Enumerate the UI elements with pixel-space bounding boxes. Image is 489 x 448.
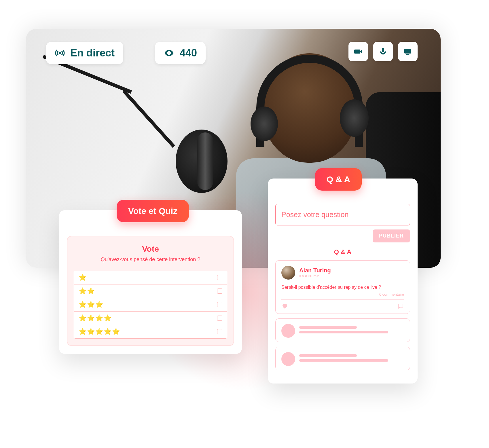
vote-tab-label: Vote et Quiz <box>128 206 177 216</box>
star-rating: ⭐ <box>79 274 87 281</box>
svg-rect-3 <box>406 54 410 55</box>
microphone-button[interactable] <box>373 42 393 61</box>
vote-question: Qu'avez-vous pensé de cette intervention… <box>74 257 227 263</box>
avatar <box>281 266 295 280</box>
qa-tab[interactable]: Q & A <box>315 168 362 191</box>
qa-section-title: Q & A <box>275 248 410 256</box>
qa-item: Alan Turing Il y a 30 min Serait-il poss… <box>275 260 410 314</box>
star-rating: ⭐⭐ <box>79 287 95 295</box>
qa-author: Alan Turing <box>299 267 331 274</box>
screen-icon <box>403 47 412 56</box>
vote-title: Vote <box>74 244 227 254</box>
qa-panel: Q & A Posez votre question PUBLIER Q & A… <box>268 179 418 384</box>
star-rating: ⭐⭐⭐⭐⭐ <box>79 328 120 335</box>
vote-content: Vote Qu'avez-vous pensé de cette interve… <box>67 236 234 346</box>
viewer-count-badge: 440 <box>155 42 206 64</box>
broadcast-icon <box>55 48 65 58</box>
checkbox[interactable] <box>217 316 222 321</box>
vote-option[interactable]: ⭐⭐⭐⭐ <box>74 312 227 325</box>
qa-timestamp: Il y a 30 min <box>299 274 331 278</box>
avatar-placeholder <box>281 352 295 366</box>
checkbox[interactable] <box>217 288 222 294</box>
star-rating: ⭐⭐⭐⭐ <box>79 314 112 322</box>
qa-item-skeleton <box>275 347 410 370</box>
qa-item-skeleton <box>275 318 410 342</box>
checkbox[interactable] <box>217 302 222 307</box>
checkbox[interactable] <box>217 275 222 280</box>
vote-option[interactable]: ⭐⭐ <box>74 284 227 298</box>
vote-option[interactable]: ⭐⭐⭐⭐⭐ <box>74 325 227 339</box>
star-rating: ⭐⭐⭐ <box>79 301 104 308</box>
svg-rect-2 <box>404 49 411 54</box>
avatar-placeholder <box>281 324 295 338</box>
camera-icon <box>353 47 363 56</box>
svg-point-0 <box>59 52 61 54</box>
svg-point-1 <box>168 52 170 54</box>
vote-option[interactable]: ⭐ <box>74 271 227 284</box>
vote-tab[interactable]: Vote et Quiz <box>117 200 189 222</box>
microphone-icon <box>379 47 387 56</box>
checkbox[interactable] <box>217 329 222 334</box>
qa-comment-count: 0 commentaire <box>281 292 404 297</box>
vote-panel: Vote et Quiz Vote Qu'avez-vous pensé de … <box>59 210 242 354</box>
vote-option[interactable]: ⭐⭐⭐ <box>74 298 227 312</box>
heart-icon[interactable] <box>281 303 288 310</box>
camera-button[interactable] <box>348 42 368 61</box>
viewer-count: 440 <box>180 47 197 59</box>
eye-icon <box>164 48 175 58</box>
qa-publish-button[interactable]: PUBLIER <box>373 229 410 242</box>
qa-tab-label: Q & A <box>327 174 350 184</box>
vote-options: ⭐⭐⭐⭐⭐⭐⭐⭐⭐⭐⭐⭐⭐⭐⭐ <box>74 271 227 339</box>
screen-button[interactable] <box>398 42 418 61</box>
comment-icon[interactable] <box>397 303 404 310</box>
qa-question-text: Serait-il possible d'accéder au replay d… <box>281 285 404 290</box>
qa-question-input[interactable]: Posez votre question <box>275 204 410 225</box>
live-label: En direct <box>70 47 115 59</box>
live-badge: En direct <box>46 42 123 64</box>
